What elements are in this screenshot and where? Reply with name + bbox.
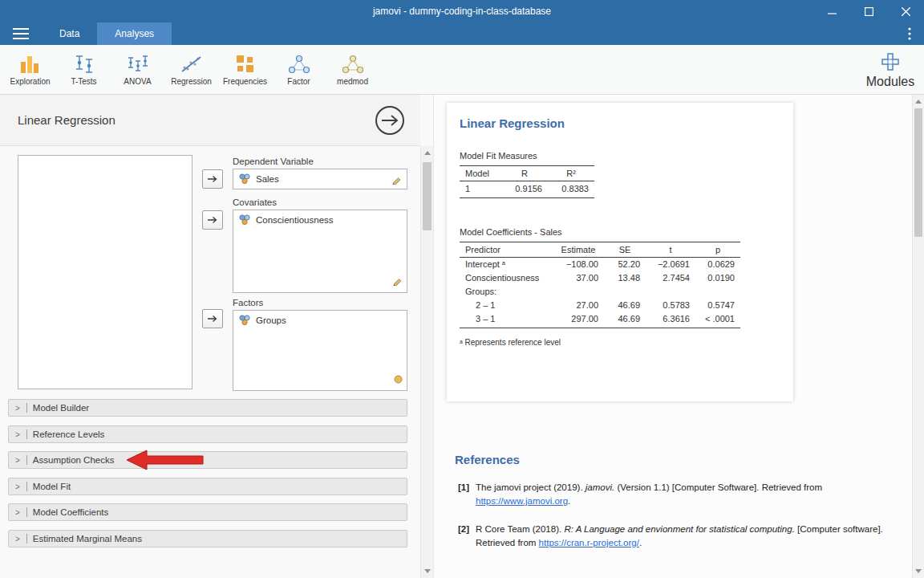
dependent-variable-box[interactable]: Sales bbox=[233, 169, 407, 189]
maximize-button[interactable] bbox=[850, 0, 887, 22]
covariates-box[interactable]: Conscientiousness bbox=[233, 210, 407, 293]
table-header: Estimate bbox=[553, 242, 604, 257]
factors-box[interactable]: Groups bbox=[233, 310, 407, 391]
variable-name: Groups bbox=[256, 315, 286, 325]
table-cell: 37.00 bbox=[553, 271, 604, 285]
table-cell: 0.5783 bbox=[646, 299, 695, 312]
section-label: Model Builder bbox=[33, 403, 89, 413]
section-reference-levels[interactable]: > Reference Levels bbox=[8, 425, 407, 443]
assign-factor-button[interactable] bbox=[202, 309, 223, 328]
variables-list[interactable] bbox=[18, 155, 192, 389]
arrow-right-icon bbox=[207, 216, 218, 224]
fit-table-title: Model Fit Measures bbox=[460, 151, 793, 161]
cran-link[interactable]: https://cran.r-project.org/ bbox=[539, 538, 639, 547]
section-model-builder[interactable]: > Model Builder bbox=[8, 399, 407, 417]
pencil-icon[interactable] bbox=[392, 275, 403, 289]
scrollbar-thumb[interactable] bbox=[914, 108, 922, 237]
table-header: Predictor bbox=[460, 242, 553, 257]
assign-covariate-button[interactable] bbox=[202, 210, 223, 230]
nominal-variable-icon bbox=[238, 173, 251, 184]
minimize-button[interactable] bbox=[813, 0, 850, 22]
scrollbar-thumb[interactable] bbox=[423, 162, 432, 230]
variable-item-groups[interactable]: Groups bbox=[233, 311, 407, 329]
ribbon-regression[interactable]: Regression bbox=[164, 47, 218, 92]
tab-bar: Data Analyses bbox=[0, 22, 924, 45]
section-label: Model Coefficients bbox=[33, 507, 108, 517]
results-scrollbar[interactable] bbox=[912, 95, 924, 578]
assign-dependent-button[interactable] bbox=[202, 169, 223, 189]
scroll-down-arrow[interactable] bbox=[915, 569, 922, 573]
options-menu-button[interactable] bbox=[900, 22, 919, 45]
ribbon-exploration[interactable]: Exploration bbox=[3, 47, 57, 92]
hamburger-icon bbox=[13, 28, 29, 39]
section-divider bbox=[26, 482, 27, 491]
jamovi-link[interactable]: https://www.jamovi.org bbox=[476, 496, 568, 506]
nominal-level-icon bbox=[394, 372, 403, 387]
close-button[interactable] bbox=[887, 0, 924, 22]
table-row: Conscientiousness37.0013.482.74540.0190 bbox=[460, 271, 740, 285]
ribbon-label: Exploration bbox=[10, 77, 50, 86]
table-row: 10.91560.8383 bbox=[460, 181, 594, 198]
modules-button[interactable]: Modules bbox=[861, 47, 919, 92]
table-cell: 52.20 bbox=[604, 257, 646, 271]
table-header: Model bbox=[460, 166, 501, 181]
section-label: Assumption Checks bbox=[33, 455, 115, 465]
scroll-up-arrow[interactable] bbox=[915, 100, 922, 104]
variable-item-sales[interactable]: Sales bbox=[233, 169, 407, 188]
table-cell: 297.00 bbox=[553, 312, 604, 328]
tab-analyses[interactable]: Analyses bbox=[97, 22, 172, 45]
options-scrollbar[interactable] bbox=[420, 146, 433, 578]
variable-name: Sales bbox=[256, 174, 279, 184]
tab-data[interactable]: Data bbox=[42, 22, 97, 45]
results-title: Linear Regression bbox=[447, 103, 793, 130]
window-controls bbox=[813, 0, 924, 22]
kebab-icon bbox=[908, 27, 911, 40]
hide-options-button[interactable] bbox=[375, 106, 404, 135]
variable-item-conscientiousness[interactable]: Conscientiousness bbox=[233, 210, 407, 229]
section-label: Model Fit bbox=[33, 482, 71, 491]
table-header: t bbox=[646, 242, 695, 257]
ribbon-label: medmod bbox=[337, 77, 368, 86]
section-divider bbox=[26, 455, 27, 465]
section-model-fit[interactable]: > Model Fit bbox=[8, 478, 407, 495]
section-assumption-checks[interactable]: > Assumption Checks bbox=[8, 451, 407, 469]
ribbon-factor[interactable]: Factor bbox=[272, 47, 326, 92]
ribbon-medmod[interactable]: medmod bbox=[326, 47, 379, 92]
ribbon-t-tests[interactable]: T-Tests bbox=[57, 47, 111, 92]
arrow-right-icon bbox=[207, 315, 218, 323]
scroll-up-arrow[interactable] bbox=[424, 151, 431, 155]
section-divider bbox=[26, 429, 27, 439]
table-row: Intercept ᵃ−108.0052.20−2.06910.0629 bbox=[460, 257, 740, 271]
dependent-variable-label: Dependent Variable bbox=[233, 157, 314, 166]
nominal-variable-icon bbox=[238, 214, 251, 225]
reference-item: [2] R Core Team (2018). R: A Language an… bbox=[445, 523, 909, 551]
minimize-icon bbox=[828, 7, 837, 16]
ribbon-frequencies[interactable]: Frequencies bbox=[218, 47, 272, 92]
linear-regression-results[interactable]: Linear Regression Model Fit Measures Mod… bbox=[447, 103, 793, 401]
section-model-coefficients[interactable]: > Model Coefficients bbox=[8, 503, 407, 521]
table-cell: 46.69 bbox=[604, 299, 646, 312]
ribbon-anova[interactable]: ANOVA bbox=[111, 47, 164, 92]
ribbon-label: ANOVA bbox=[124, 77, 151, 86]
reference-number: [2] bbox=[445, 523, 469, 551]
table-cell: 1 bbox=[460, 181, 501, 198]
table-header: R² bbox=[548, 166, 594, 181]
reference-item: [1] The jamovi project (2019). jamovi. (… bbox=[445, 481, 909, 509]
ribbon-label: T-Tests bbox=[71, 77, 96, 86]
main-menu-button[interactable] bbox=[0, 22, 42, 45]
scroll-down-arrow[interactable] bbox=[424, 569, 431, 573]
references-section: References [1] The jamovi project (2019)… bbox=[445, 453, 909, 564]
options-header: Linear Regression bbox=[0, 95, 420, 146]
arrow-right-icon bbox=[207, 175, 218, 183]
table-header: p bbox=[695, 242, 740, 257]
pencil-icon[interactable] bbox=[391, 173, 402, 188]
section-estimated-marginal-means[interactable]: > Estimated Marginal Means bbox=[8, 530, 407, 547]
reference-tail: . bbox=[639, 538, 642, 547]
table-cell: 46.69 bbox=[604, 312, 646, 328]
table-row: 3 – 1297.0046.696.3616< .0001 bbox=[460, 312, 740, 328]
table-header: R bbox=[501, 166, 548, 181]
factors-label: Factors bbox=[233, 298, 263, 307]
chevron-right-icon: > bbox=[15, 455, 20, 465]
coef-table-title: Model Coefficients - Sales bbox=[460, 227, 793, 237]
table-cell bbox=[604, 285, 646, 299]
